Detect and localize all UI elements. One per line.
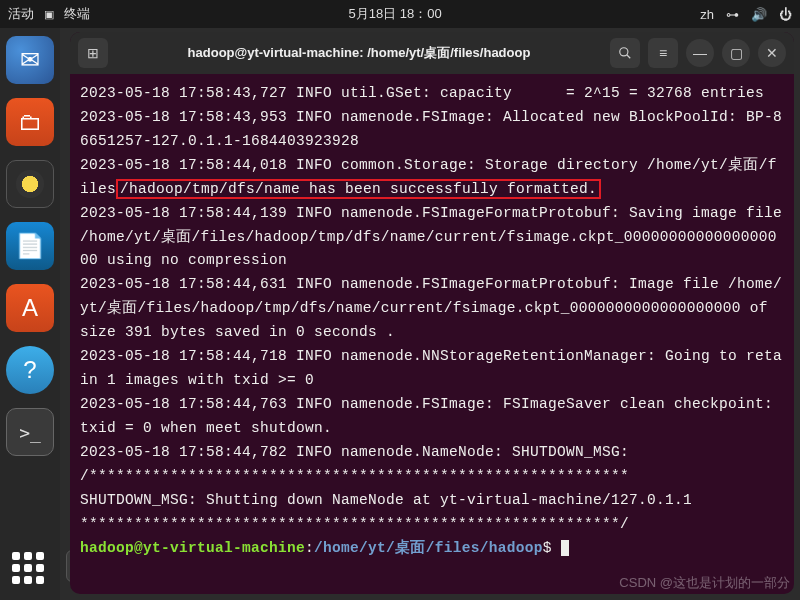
log-line: SHUTDOWN_MSG: Shutting down NameNode at … [80,492,692,508]
search-icon [618,46,632,60]
terminal-window: ⊞ hadoop@yt-virtual-machine: /home/yt/桌面… [70,32,794,594]
minimize-button[interactable]: — [686,39,714,67]
gnome-topbar: 活动 ▣ 终端 5月18日 18：00 zh ⊶ 🔊 ⏻ [0,0,800,28]
log-line: 2023-05-18 17:58:44,631 INFO namenode.FS… [80,276,782,340]
dock-files[interactable]: 🗀 [6,98,54,146]
log-line: ****************************************… [80,516,629,532]
terminal-content[interactable]: 2023-05-18 17:58:43,727 INFO util.GSet: … [70,74,794,594]
app-name: 终端 [64,5,90,23]
log-line: 2023-05-18 17:58:44,139 INFO namenode.FS… [80,205,791,269]
prompt-colon: : [305,540,314,556]
dock-libreoffice-writer[interactable]: 📄 [6,222,54,270]
dock-thunderbird[interactable]: ✉ [6,36,54,84]
activities-button[interactable]: 活动 [8,5,34,23]
dock: ✉ 🗀 📄 A ? >_ [0,28,60,600]
close-button[interactable]: ✕ [758,39,786,67]
power-icon[interactable]: ⏻ [779,7,792,22]
dock-ubuntu-software[interactable]: A [6,284,54,332]
log-line: 2023-05-18 17:58:43,953 INFO namenode.FS… [80,109,782,149]
titlebar: ⊞ hadoop@yt-virtual-machine: /home/yt/桌面… [70,32,794,74]
highlighted-log: /hadoop/tmp/dfs/name has been successful… [116,179,601,199]
prompt-user: hadoop@yt-virtual-machine [80,540,305,556]
dock-show-apps[interactable] [12,552,48,588]
new-tab-button[interactable]: ⊞ [78,38,108,68]
prompt-dollar: $ [543,540,552,556]
search-button[interactable] [610,38,640,68]
log-line: 2023-05-18 17:58:44,763 INFO namenode.FS… [80,396,782,436]
network-icon[interactable]: ⊶ [726,7,739,22]
dock-help[interactable]: ? [6,346,54,394]
svg-line-1 [627,55,631,59]
prompt-path: /home/yt/桌面/files/hadoop [314,540,543,556]
cursor [561,540,569,556]
clock[interactable]: 5月18日 18：00 [90,5,700,23]
log-line: 2023-05-18 17:58:44,782 INFO namenode.Na… [80,444,629,460]
input-method[interactable]: zh [700,7,714,22]
terminal-icon: ▣ [44,8,54,21]
svg-point-0 [620,48,628,56]
watermark: CSDN @这也是计划的一部分 [619,574,790,592]
log-line: /***************************************… [80,468,629,484]
menu-button[interactable]: ≡ [648,38,678,68]
maximize-button[interactable]: ▢ [722,39,750,67]
window-title: hadoop@yt-virtual-machine: /home/yt/桌面/f… [116,44,602,62]
log-line: 2023-05-18 17:58:44,718 INFO namenode.NN… [80,348,782,388]
dock-rhythmbox[interactable] [6,160,54,208]
volume-icon[interactable]: 🔊 [751,7,767,22]
dock-terminal[interactable]: >_ [6,408,54,456]
log-line: 2023-05-18 17:58:43,727 INFO util.GSet: … [80,85,764,101]
